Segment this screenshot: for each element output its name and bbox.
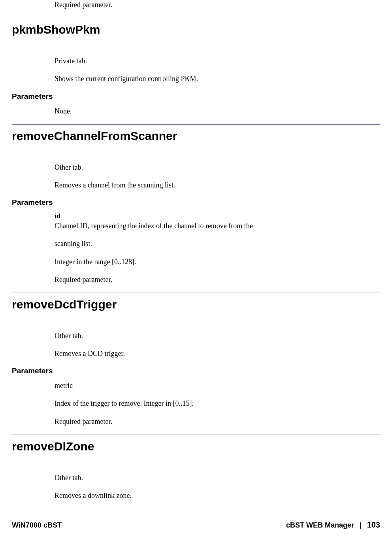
param-metric-required: Required parameter. — [55, 417, 380, 427]
removedlzone-tab: Other tab. — [55, 473, 380, 483]
removedcd-desc: Removes a DCD trigger. — [55, 349, 380, 359]
removedcd-params-label: Parameters — [12, 367, 380, 375]
param-id-desc2: scanning list. — [55, 239, 380, 249]
pkmbshowpkm-params-label: Parameters — [12, 92, 380, 101]
footer-separator: | — [360, 521, 362, 530]
footer-left: WiN7000 cBST — [12, 521, 62, 530]
heading-removechannelfromscanner: removeChannelFromScanner — [12, 124, 380, 146]
heading-pkmbshowpkm: pkmbShowPkm — [12, 18, 380, 40]
param-metric-desc: Index of the trigger to remove. Integer … — [55, 399, 380, 409]
param-metric: metric — [55, 381, 380, 391]
footer-right: cBST WEB Manager | 103 — [286, 520, 380, 530]
pkmbshowpkm-desc: Shows the current configuration controll… — [55, 74, 380, 84]
footer-page-number: 103 — [367, 520, 380, 530]
pkmbshowpkm-tab: Private tab. — [55, 56, 380, 66]
param-id-required: Required parameter. — [55, 275, 380, 285]
heading-removedcdtrigger: removeDcdTrigger — [12, 293, 380, 314]
heading-removedlzone: removeDlZone — [12, 435, 380, 456]
removedlzone-desc: Removes a downlink zone. — [55, 491, 380, 501]
removechannel-params-label: Parameters — [12, 198, 380, 207]
footer-section-title: cBST WEB Manager — [286, 521, 354, 530]
removedcd-tab: Other tab. — [55, 331, 380, 341]
page-footer: WiN7000 cBST cBST WEB Manager | 103 — [12, 517, 380, 530]
param-id-name: id — [55, 212, 380, 220]
page-content: Required parameter. pkmbShowPkm Private … — [12, 0, 380, 501]
param-id-desc1: Channel ID, representing the index of th… — [55, 221, 380, 231]
removechannel-desc: Removes a channel from the scanning list… — [55, 180, 380, 190]
param-id-range: Integer in the range [0..128]. — [55, 257, 380, 267]
intro-required: Required parameter. — [55, 0, 380, 10]
removechannel-tab: Other tab. — [55, 163, 380, 172]
pkmbshowpkm-params-none: None. — [55, 106, 380, 116]
